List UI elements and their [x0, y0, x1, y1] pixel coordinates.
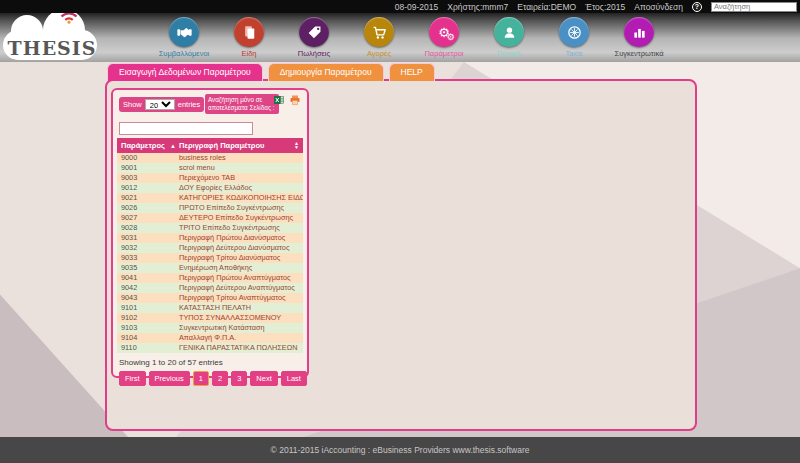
- nav-label: Πωλήσεις: [298, 49, 330, 58]
- page-button-first[interactable]: First: [119, 371, 146, 386]
- param-description-cell: scrol menu: [175, 163, 303, 173]
- tab-bar: Εισαγωγή Δεδομένων ΠαραμέτρουΔημιουργία …: [107, 63, 435, 81]
- table-row[interactable]: 9027ΔΕΥΤΕΡΟ Επίπεδο Συγκέντρωσης: [117, 213, 303, 223]
- param-description-cell: Περιγραφή Δεύτερου Διανύσματος: [175, 243, 303, 253]
- param-description-cell: ΔΟΥ Εφορίες Ελλάδος: [175, 183, 303, 193]
- table-row[interactable]: 9043Περιγραφή Τρίτου Αναπτύγματος: [117, 293, 303, 303]
- sort-both-icon: ▲▼: [294, 141, 299, 149]
- nav-item-purchases[interactable]: Αγορές: [355, 17, 403, 58]
- page-button-next[interactable]: Next: [250, 371, 277, 386]
- table-row[interactable]: 9001scrol menu: [117, 163, 303, 173]
- logout-link[interactable]: Αποσύνδεση: [634, 2, 683, 12]
- table-row[interactable]: 9031Περιγραφή Πρώτου Διανύσματος: [117, 233, 303, 243]
- column-header-parameter[interactable]: Παράμετρος▲: [117, 138, 175, 153]
- param-description-cell: Περιγραφή Πρώτου Διανύσματος: [175, 233, 303, 243]
- nav-label: Συμβαλλόμενοι: [159, 49, 210, 58]
- export-actions: [273, 94, 301, 106]
- parameters-table: Παράμετρος▲ Περιγραφή Παραμέτρου ▲▼ 9000…: [117, 138, 303, 353]
- table-row[interactable]: 9033Περιγραφή Τρίτου Διανύσματος: [117, 253, 303, 263]
- param-description-cell: ΤΡΙΤΟ Επίπεδο Συγκέντρωσης: [175, 223, 303, 233]
- page-size-control: Show 20 entries: [119, 97, 204, 112]
- documents-icon: [234, 17, 264, 47]
- table-row[interactable]: 9003Περιεχόμενο TAB: [117, 173, 303, 183]
- param-code-cell: 9103: [117, 323, 175, 333]
- table-row[interactable]: 9104Απαλλαγή Φ.Π.Α.: [117, 333, 303, 343]
- nav-label: Παράμετροι: [424, 49, 463, 58]
- param-description-cell: Ενημέρωση Αποθήκης: [175, 263, 303, 273]
- nav-item-profile[interactable]: Προφίλ: [485, 17, 533, 58]
- page-button-3[interactable]: 3: [231, 371, 247, 386]
- param-description-cell: Περιγραφή Τρίτου Διανύσματος: [175, 253, 303, 263]
- param-code-cell: 9102: [117, 313, 175, 323]
- param-code-cell: 9031: [117, 233, 175, 243]
- topbar: 08-09-2015 Χρήστης:mmm7 Εταιρεία:DEMO Έτ…: [0, 0, 800, 13]
- parameters-panel: Show 20 entries Αναζήτηση μόνο σε αποτελ…: [105, 79, 697, 431]
- logo[interactable]: THESIS: [3, 7, 101, 63]
- param-code-cell: 9033: [117, 253, 175, 263]
- table-row[interactable]: 9041Περιγραφή Πρώτου Αναπτύγματος: [117, 273, 303, 283]
- column-header-description[interactable]: Περιγραφή Παραμέτρου ▲▼: [175, 138, 303, 153]
- show-label: Show: [123, 100, 142, 109]
- param-code-cell: 9035: [117, 263, 175, 273]
- nav-item-sales[interactable]: Πωλήσεις: [290, 17, 338, 58]
- emblem-icon: [559, 17, 589, 47]
- nav-label: Προφίλ: [497, 49, 521, 58]
- page-button-2[interactable]: 2: [212, 371, 228, 386]
- table-row[interactable]: 9028ΤΡΙΤΟ Επίπεδο Συγκέντρωσης: [117, 223, 303, 233]
- nav-label: Taxis: [565, 49, 582, 58]
- param-code-cell: 9000: [117, 153, 175, 163]
- current-user: Χρήστης:mmm7: [447, 2, 508, 12]
- tab-data-entry[interactable]: Εισαγωγή Δεδομένων Παραμέτρου: [107, 63, 263, 81]
- param-code-cell: 9021: [117, 193, 175, 203]
- table-row[interactable]: 9102ΤΥΠΟΣ ΣΥΝΑΛΛΑΣΣΟΜΕΝΟΥ: [117, 313, 303, 323]
- param-description-cell: ΔΕΥΤΕΡΟ Επίπεδο Συγκέντρωσης: [175, 213, 303, 223]
- handshake-icon: [169, 17, 199, 47]
- nav-item-taxis[interactable]: Taxis: [550, 17, 598, 58]
- table-row[interactable]: 9103Συγκεντρωτική Κατάσταση: [117, 323, 303, 333]
- nav-item-contacts[interactable]: Συμβαλλόμενοι: [160, 17, 208, 58]
- nav-item-parameters[interactable]: ⚙⚙Παράμετροι: [420, 17, 468, 58]
- page-button-1[interactable]: 1: [193, 371, 209, 386]
- global-search-input[interactable]: [711, 2, 797, 12]
- table-row[interactable]: 9042Περιγραφή Δεύτερου Αναπτύγματος: [117, 283, 303, 293]
- nav-item-reports[interactable]: Συγκεντρωτικά: [615, 17, 663, 58]
- param-description-cell: ΚΑΤΑΣΤΑΣΗ ΠΕΛΑΤΗ: [175, 303, 303, 313]
- param-code-cell: 9001: [117, 163, 175, 173]
- cart-icon: [364, 17, 394, 47]
- tab-create-parameter[interactable]: Δημιουργία Παραμέτρου: [268, 63, 384, 81]
- param-description-cell: Περιγραφή Τρίτου Αναπτύγματος: [175, 293, 303, 303]
- table-row[interactable]: 9021ΚΑΤΗΓΟΡΙΕΣ ΚΩΔΙΚΟΠΟΙΗΣΗΣ ΕΙΔΩΝ: [117, 193, 303, 203]
- table-row[interactable]: 9032Περιγραφή Δεύτερου Διανύσματος: [117, 243, 303, 253]
- table-search-input[interactable]: [119, 122, 253, 135]
- table-row[interactable]: 9035Ενημέρωση Αποθήκης: [117, 263, 303, 273]
- param-code-cell: 9042: [117, 283, 175, 293]
- table-row[interactable]: 9110ΓΕΝΙΚΑ ΠΑΡΑΣΤΑΤΙΚΑ ΠΩΛΗΣΕΩΝ: [117, 343, 303, 353]
- print-icon[interactable]: [289, 94, 301, 106]
- param-code-cell: 9012: [117, 183, 175, 193]
- param-description-cell: ΚΑΤΗΓΟΡΙΕΣ ΚΩΔΙΚΟΠΟΙΗΣΗΣ ΕΙΔΩΝ: [175, 193, 303, 203]
- page-button-previous[interactable]: Previous: [149, 371, 190, 386]
- bar-chart-icon: [624, 17, 654, 47]
- gears-icon: ⚙⚙: [429, 17, 459, 47]
- param-code-cell: 9041: [117, 273, 175, 283]
- table-row[interactable]: 9012ΔΟΥ Εφορίες Ελλάδος: [117, 183, 303, 193]
- param-code-cell: 9101: [117, 303, 175, 313]
- param-description-cell: ΓΕΝΙΚΑ ΠΑΡΑΣΤΑΤΙΚΑ ΠΩΛΗΣΕΩΝ: [175, 343, 303, 353]
- tab-help[interactable]: HELP: [389, 63, 435, 81]
- table-panel: Show 20 entries Αναζήτηση μόνο σε αποτελ…: [111, 88, 309, 378]
- table-row[interactable]: 9101ΚΑΤΑΣΤΑΣΗ ΠΕΛΑΤΗ: [117, 303, 303, 313]
- table-row[interactable]: 9000business roles: [117, 153, 303, 163]
- page-search-label: Αναζήτηση μόνο σε αποτελέσματα Σελίδας :: [205, 94, 279, 114]
- page-size-select[interactable]: 20: [145, 99, 175, 110]
- help-icon[interactable]: ?: [692, 2, 702, 12]
- nav-item-items[interactable]: Είδη: [225, 17, 273, 58]
- param-code-cell: 9043: [117, 293, 175, 303]
- excel-export-icon[interactable]: [273, 94, 285, 106]
- person-icon: [494, 17, 524, 47]
- table-info: Showing 1 to 20 of 57 entries: [119, 358, 303, 367]
- table-row[interactable]: 9026ΠΡΩΤΟ Επίπεδο Συγκέντρωσης: [117, 203, 303, 213]
- content-area: Εισαγωγή Δεδομένων ΠαραμέτρουΔημιουργία …: [0, 62, 800, 437]
- page-button-last[interactable]: Last: [281, 371, 307, 386]
- param-code-cell: 9026: [117, 203, 175, 213]
- current-company: Εταιρεία:DEMO: [517, 2, 576, 12]
